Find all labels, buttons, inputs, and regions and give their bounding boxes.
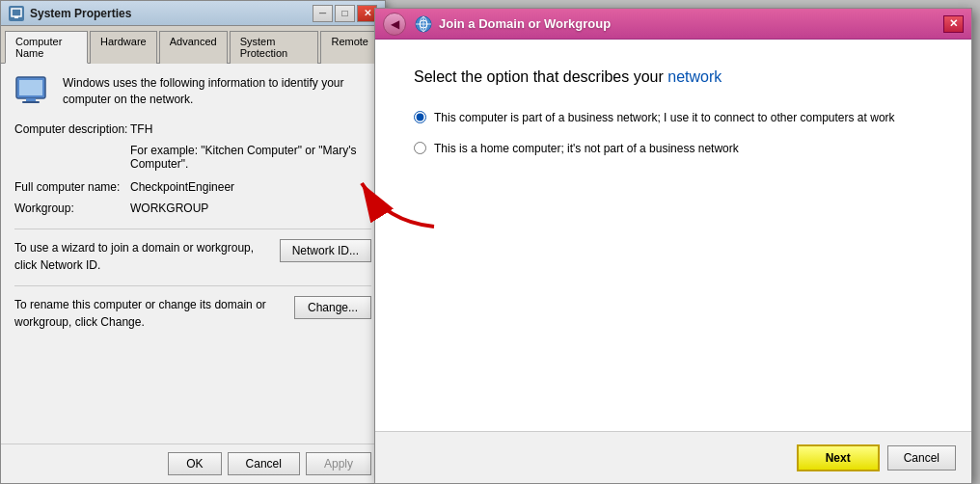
home-network-option[interactable]: This is a home computer; it's not part o… [414, 140, 933, 157]
domain-heading: Select the option that describes your ne… [414, 68, 933, 86]
intro-section: Windows uses the following information t… [14, 75, 371, 109]
workgroup-label: Workgroup: [14, 202, 130, 215]
home-network-radio[interactable] [414, 142, 426, 154]
tab-advanced[interactable]: Advanced [159, 31, 228, 64]
system-properties-icon [9, 6, 24, 21]
ok-button[interactable]: OK [168, 452, 221, 475]
system-properties-content: Windows uses the following information t… [1, 64, 385, 354]
minimize-button[interactable]: ─ [313, 5, 333, 22]
tab-hardware[interactable]: Hardware [90, 31, 157, 64]
join-domain-content: Select the option that describes your ne… [375, 40, 971, 437]
workgroup-value: WORKGROUP [130, 202, 208, 215]
computer-icon [14, 75, 53, 109]
svg-rect-1 [14, 16, 18, 18]
next-button[interactable]: Next [797, 444, 880, 471]
tabs-bar: Computer Name Hardware Advanced System P… [1, 26, 385, 64]
svg-rect-3 [19, 80, 42, 95]
domain-heading-network: network [667, 68, 721, 85]
join-domain-title: Join a Domain or Workgroup [439, 16, 943, 31]
domain-close-button[interactable]: ✕ [943, 15, 964, 33]
maximize-button[interactable]: □ [335, 5, 355, 22]
business-network-radio[interactable] [414, 111, 426, 123]
business-network-label: This computer is part of a business netw… [434, 109, 895, 126]
join-domain-titlebar: ◀ Join a Domain or Workgroup ✕ [375, 9, 971, 40]
tab-system-protection[interactable]: System Protection [230, 31, 319, 64]
network-id-button[interactable]: Network ID... [280, 239, 371, 262]
network-id-section: To use a wizard to join a domain or work… [14, 239, 371, 274]
fullname-row: Full computer name: CheckpointEngineer [14, 180, 371, 194]
join-domain-window: ◀ Join a Domain or Workgroup ✕ Select th… [374, 8, 972, 484]
domain-heading-text: Select the option that describes your [414, 68, 664, 85]
workgroup-row: Workgroup: WORKGROUP [14, 202, 371, 215]
svg-rect-0 [12, 9, 21, 16]
apply-button[interactable]: Apply [306, 452, 371, 475]
tab-computer-name[interactable]: Computer Name [5, 31, 88, 64]
cancel-button-domain[interactable]: Cancel [887, 445, 956, 471]
tab-remote[interactable]: Remote [320, 31, 379, 64]
fullname-label: Full computer name: [14, 180, 130, 194]
domain-window-icon [414, 14, 433, 34]
system-properties-window: System Properties ─ □ ✕ Computer Name Ha… [0, 0, 386, 484]
network-id-text: To use a wizard to join a domain or work… [14, 239, 272, 274]
description-example: For example: "Kitchen Computer" or "Mary… [130, 144, 371, 171]
cancel-button-sys[interactable]: Cancel [228, 452, 300, 475]
window-controls: ─ □ ✕ [313, 5, 377, 22]
change-text: To rename this computer or change its do… [14, 296, 286, 331]
divider-2 [14, 285, 371, 286]
description-row: Computer description: TFH [14, 122, 371, 136]
business-network-option[interactable]: This computer is part of a business netw… [414, 109, 933, 126]
fullname-value: CheckpointEngineer [130, 180, 234, 194]
description-value: TFH [130, 122, 152, 136]
divider-1 [14, 229, 371, 229]
system-properties-titlebar: System Properties ─ □ ✕ [1, 1, 385, 26]
svg-rect-5 [22, 101, 40, 103]
domain-bottom-buttons: Next Cancel [375, 431, 971, 483]
change-button[interactable]: Change... [294, 296, 371, 319]
system-properties-title: System Properties [30, 7, 313, 20]
change-section: To rename this computer or change its do… [14, 296, 371, 331]
intro-text: Windows uses the following information t… [63, 75, 371, 108]
svg-rect-4 [26, 98, 36, 101]
back-button[interactable]: ◀ [383, 13, 406, 36]
system-properties-bottom-buttons: OK Cancel Apply [1, 444, 385, 483]
description-label: Computer description: [14, 122, 130, 136]
home-network-label: This is a home computer; it's not part o… [434, 140, 739, 157]
